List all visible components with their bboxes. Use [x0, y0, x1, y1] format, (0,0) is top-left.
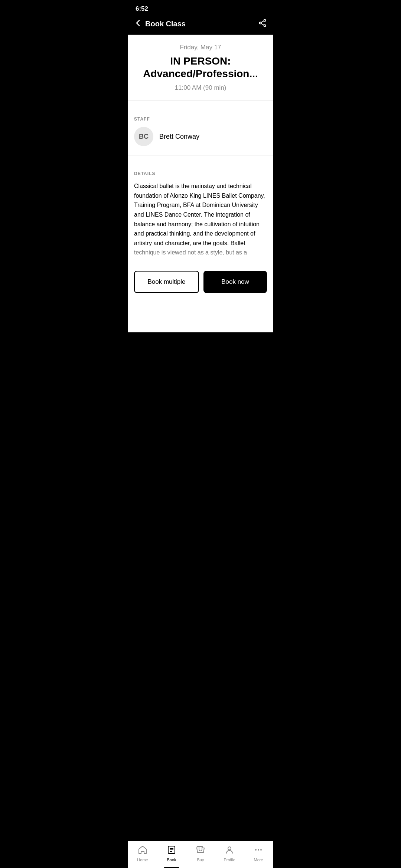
main-content: Friday, May 17 IN PERSON: Advanced/Profe… [128, 35, 273, 332]
details-section: DETAILS Classical ballet is the mainstay… [128, 155, 273, 265]
staff-row: BC Brett Conway [134, 127, 267, 146]
details-container: Classical ballet is the mainstay and tec… [134, 181, 267, 265]
svg-point-0 [264, 20, 266, 22]
details-fade-overlay [134, 243, 267, 265]
class-time: 11:00 AM (90 min) [134, 84, 267, 92]
bottom-spacer [128, 299, 273, 332]
share-button[interactable] [258, 19, 267, 29]
svg-line-3 [261, 21, 264, 22]
class-date: Friday, May 17 [134, 44, 267, 51]
svg-line-4 [261, 23, 264, 25]
svg-point-2 [264, 25, 266, 27]
status-bar: 6:52 [128, 0, 273, 15]
page-title: Book Class [145, 20, 186, 28]
status-time: 6:52 [136, 5, 148, 13]
nav-left: Book Class [134, 19, 186, 29]
staff-section-label: STAFF [134, 116, 267, 122]
staff-avatar: BC [134, 127, 153, 146]
details-section-label: DETAILS [134, 171, 267, 176]
navigation-bar: Book Class [128, 15, 273, 34]
svg-point-1 [260, 22, 261, 24]
staff-name: Brett Conway [159, 133, 199, 141]
staff-section: STAFF BC Brett Conway [128, 101, 273, 146]
class-info-section: Friday, May 17 IN PERSON: Advanced/Profe… [128, 35, 273, 92]
book-now-button[interactable]: Book now [203, 271, 267, 293]
class-title: IN PERSON: Advanced/Profession... [134, 55, 267, 80]
book-multiple-button[interactable]: Book multiple [134, 271, 199, 293]
back-button[interactable] [134, 19, 142, 29]
action-buttons-container: Book multiple Book now [128, 265, 273, 299]
